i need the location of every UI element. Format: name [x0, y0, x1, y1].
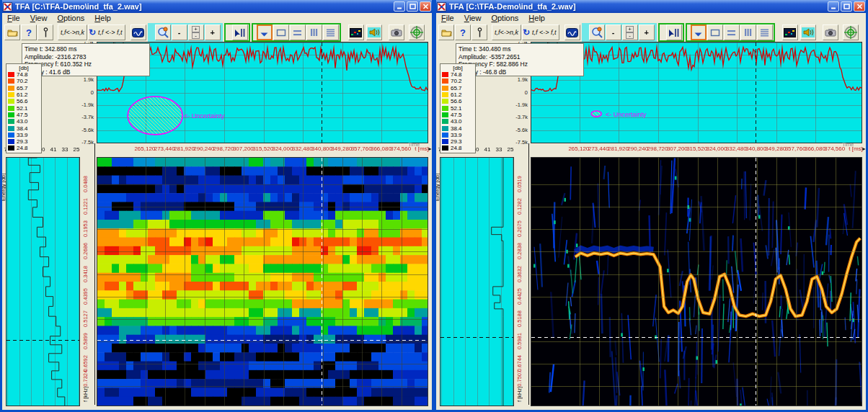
menu-view[interactable]: View	[25, 13, 53, 23]
maximize-button[interactable]	[841, 1, 852, 12]
info-line-1: Amplitude: -2316.2783	[25, 53, 147, 61]
axis-divider	[528, 143, 529, 405]
help-button[interactable]: ?	[455, 24, 471, 40]
cursor-tool-button[interactable]	[666, 24, 682, 40]
title-bar[interactable]: TFA [C:\TFA-Demo\ind_tfa_2.wav]	[434, 0, 868, 13]
select-rect-button[interactable]	[273, 24, 289, 40]
folder-icon	[441, 28, 452, 37]
step-down-button[interactable]: -	[626, 32, 634, 39]
info-line-0: Time t: 340.480 ms	[459, 45, 581, 53]
step-up-button[interactable]: +	[626, 26, 634, 32]
menu-help[interactable]: Help	[523, 13, 550, 23]
cycle-icon: ↻	[523, 28, 530, 37]
zoom-out-button[interactable]: -	[172, 24, 187, 40]
window-controls	[394, 1, 431, 12]
open-file-button[interactable]	[438, 24, 454, 40]
play-sound-button[interactable]	[366, 24, 382, 40]
freq-last-tick: 0.7324	[82, 370, 89, 387]
tf-nk-toggle-button[interactable]: t,f<->n,k	[492, 24, 521, 40]
tf-nk-toggle-button[interactable]: t,f<->n,k	[58, 24, 87, 40]
h-cut-button[interactable]	[724, 24, 740, 40]
legend-value: 70.2	[17, 78, 28, 84]
spectrogram-canvas[interactable]	[531, 157, 862, 406]
open-file-button[interactable]	[4, 24, 20, 40]
snapshot-button[interactable]	[823, 24, 838, 40]
legend-entry: 65.7	[8, 85, 40, 91]
tfa-view-button[interactable]	[782, 24, 798, 40]
layout-button[interactable]	[757, 24, 773, 40]
tf-ft-toggle-button[interactable]: ↻t,f <-> f,t	[522, 24, 559, 40]
zoom-in-button[interactable]: +	[639, 24, 655, 40]
close-button[interactable]	[420, 1, 431, 12]
legend-entry: 61.2	[8, 91, 40, 98]
tfa-view-button[interactable]	[348, 24, 364, 40]
play-sound-button[interactable]	[800, 24, 816, 40]
stacklines-icon	[760, 28, 769, 37]
target-button[interactable]	[409, 24, 425, 40]
zoom-stepper-buttons[interactable]: +-	[626, 26, 634, 39]
energy-tick-label: 25	[504, 146, 517, 153]
step-down-button[interactable]: -	[192, 32, 200, 39]
menu-help[interactable]: Help	[89, 13, 116, 23]
step-up-button[interactable]: +	[192, 26, 200, 32]
legend-value: 52.1	[17, 105, 28, 112]
layout-button[interactable]	[323, 24, 339, 40]
energy-plot-canvas[interactable]	[440, 157, 514, 406]
h-cut-button[interactable]	[290, 24, 306, 40]
cycle-icon: ↻	[89, 28, 96, 37]
signal-probe-button[interactable]	[37, 24, 53, 40]
legend-entry: 43.0	[442, 118, 474, 125]
menu-file[interactable]: File	[436, 13, 459, 23]
menu-view[interactable]: View	[459, 13, 487, 23]
cursor-tool-button[interactable]	[232, 24, 248, 40]
display-mode-button[interactable]	[130, 24, 146, 40]
help-button[interactable]: ?	[21, 24, 37, 40]
legend-entry: 70.2	[442, 78, 474, 84]
minimize-button[interactable]	[394, 1, 405, 12]
v-cut-button[interactable]	[740, 24, 756, 40]
legend-value: 56.6	[17, 98, 28, 104]
legend-entry: 52.1	[442, 104, 474, 111]
legend-header: [db]	[442, 65, 474, 71]
color-swatch	[8, 99, 14, 104]
menu-options[interactable]: Options	[52, 13, 89, 23]
tfa-icon	[784, 28, 796, 37]
legend-value: 74.8	[451, 71, 462, 78]
menu-file[interactable]: File	[2, 13, 25, 23]
zoom-stepper[interactable]: +-	[622, 24, 638, 40]
select-rect-button[interactable]	[707, 24, 723, 40]
maximize-button[interactable]	[407, 1, 418, 12]
close-button[interactable]	[854, 1, 865, 12]
v-cut-button[interactable]	[306, 24, 322, 40]
energy-plot-canvas[interactable]	[6, 157, 80, 406]
legend-entry: 47.5	[442, 112, 474, 118]
legend-value: 29.3	[17, 138, 28, 145]
zoom-in-button[interactable]: +	[205, 24, 221, 40]
minimize-button[interactable]	[828, 1, 839, 12]
title-bar[interactable]: TFA [C:\TFA-Demo\ind_tfa_2.wav]	[0, 0, 434, 13]
legend-value: 52.1	[451, 105, 462, 112]
snapshot-button[interactable]	[389, 24, 404, 40]
spectrogram-canvas[interactable]	[97, 157, 428, 406]
pointer-mode-button[interactable]	[257, 24, 273, 40]
info-line-3: Energy : 41.6 dB	[25, 68, 147, 76]
energy-tick-label: 25	[70, 146, 83, 153]
target-button[interactable]	[843, 24, 859, 40]
legend-entry: 52.1	[8, 104, 40, 111]
color-swatch	[8, 79, 14, 84]
legend-value: 74.8	[17, 71, 28, 78]
zoom-out-button[interactable]: -	[606, 24, 621, 40]
zoom-stepper-buttons[interactable]: +-	[192, 26, 200, 39]
signal-probe-button[interactable]	[471, 24, 487, 40]
color-swatch	[8, 133, 14, 138]
display-mode-button[interactable]	[564, 24, 580, 40]
probe-icon	[477, 27, 482, 38]
tf-ft-toggle-button[interactable]: ↻t,f <-> f,t	[88, 24, 125, 40]
zoom-tool-button[interactable]	[155, 24, 171, 40]
pointer-mode-button[interactable]	[691, 24, 707, 40]
db-legend: [db]74.870.265.761.256.652.147.543.038.4…	[440, 63, 476, 153]
zoom-tool-button[interactable]	[589, 24, 605, 40]
menu-options[interactable]: Options	[486, 13, 523, 23]
zoom-stepper[interactable]: +-	[188, 24, 204, 40]
color-swatch	[442, 139, 448, 144]
